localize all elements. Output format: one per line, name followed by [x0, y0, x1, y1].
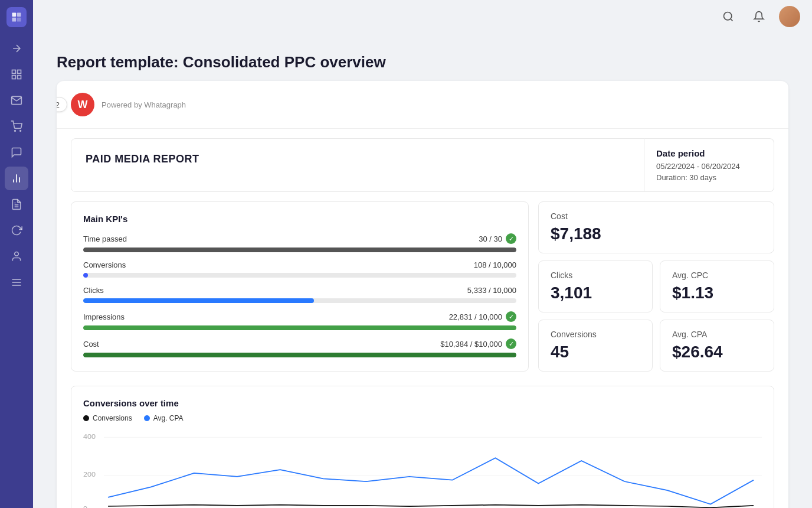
sidebar-item-users[interactable]: [5, 245, 28, 268]
chart-legend: Conversions Avg. CPA: [83, 414, 762, 422]
chart-section: Conversions over time Conversions Avg. C…: [57, 386, 788, 508]
topbar: [33, 0, 812, 33]
metric-label: Avg. CPA: [672, 330, 762, 339]
kpi-label: Cost: [83, 340, 99, 349]
w-logo: W: [71, 93, 94, 116]
svg-text:400: 400: [83, 433, 96, 440]
page-title: Report template: Consolidated PPC overvi…: [57, 53, 788, 71]
avatar-image: [779, 6, 800, 27]
kpi-bar-track: [83, 248, 516, 252]
report-container: 1/2 W Powered by Whatagraph PAID MEDIA R…: [57, 81, 788, 508]
svg-rect-3: [17, 18, 21, 22]
svg-rect-0: [12, 13, 17, 17]
search-button[interactable]: [718, 6, 739, 27]
metric-value: $7,188: [551, 224, 762, 243]
svg-point-8: [15, 131, 16, 132]
sidebar-item-inbox[interactable]: [5, 89, 28, 112]
kpi-value: $10,384 / $10,000: [440, 340, 502, 349]
check-icon: ✓: [506, 338, 516, 349]
chart-title: Conversions over time: [83, 398, 762, 408]
legend-label: Avg. CPA: [153, 414, 184, 422]
sidebar-item-reports[interactable]: [5, 193, 28, 216]
kpi-bar-track: [83, 273, 516, 278]
kpi-bar-fill: [83, 298, 314, 303]
kpi-label: Clicks: [83, 286, 104, 295]
svg-rect-5: [18, 70, 21, 74]
page-indicator: 1/2: [57, 97, 67, 112]
chart-container: Conversions over time Conversions Avg. C…: [71, 386, 774, 508]
kpi-row: Conversions 108 / 10,000: [83, 260, 516, 278]
kpi-bar-fill: [83, 353, 516, 357]
kpi-row: Cost $10,384 / $10,000 ✓: [83, 338, 516, 357]
kpi-value: 22,831 / 10,000: [449, 312, 502, 321]
metric-card-avg-cpc: Avg. CPC $1.13: [660, 260, 774, 312]
metric-label: Conversions: [551, 330, 640, 339]
sidebar-item-refresh[interactable]: [5, 219, 28, 242]
metric-card-avg-cpa: Avg. CPA $26.64: [660, 320, 774, 372]
kpi-value: 5,333 / 10,000: [467, 286, 516, 295]
kpi-bar-fill: [83, 248, 516, 252]
sidebar-item-cart[interactable]: [5, 115, 28, 138]
metric-label: Clicks: [551, 271, 640, 280]
notifications-button[interactable]: [748, 6, 770, 27]
sidebar-item-chat[interactable]: [5, 141, 28, 164]
kpi-label: Conversions: [83, 260, 126, 269]
kpi-section: Main KPI's Time passed 30 / 30 ✓ Convers…: [57, 192, 788, 386]
metric-value: 45: [551, 343, 640, 362]
metric-card-cost: Cost $7,188: [538, 201, 774, 253]
metric-card-clicks: Clicks 3,101: [538, 260, 653, 312]
date-range: 05/22/2024 - 06/20/2024: [656, 162, 762, 171]
sidebar-item-dashboard[interactable]: [5, 63, 28, 86]
report-header: 1/2 W Powered by Whatagraph: [57, 81, 788, 129]
svg-point-15: [15, 252, 19, 256]
kpi-row: Impressions 22,831 / 10,000 ✓: [83, 311, 516, 330]
svg-rect-2: [12, 18, 17, 22]
sidebar: [0, 0, 33, 508]
sidebar-item-export[interactable]: [5, 37, 28, 60]
svg-point-9: [20, 131, 21, 132]
svg-rect-1: [17, 13, 21, 17]
kpi-bar-track: [83, 325, 516, 330]
legend-dot: [83, 415, 89, 421]
kpi-bar-track: [83, 298, 516, 303]
check-icon: ✓: [506, 233, 516, 244]
metric-label: Cost: [551, 211, 762, 221]
kpi-label: Time passed: [83, 235, 127, 243]
kpi-title: Main KPI's: [83, 214, 516, 224]
powered-by-text: Powered by Whatagraph: [102, 100, 186, 109]
metric-value: $26.64: [672, 343, 762, 362]
chart-area: 400 200 0: [83, 432, 762, 508]
svg-rect-4: [12, 70, 16, 74]
kpi-bar-track: [83, 353, 516, 357]
kpi-metrics-grid: Cost $7,188 Clicks 3,101 Avg. CPC $1.13 …: [538, 201, 774, 372]
date-period-label: Date period: [656, 148, 762, 158]
sidebar-item-menu[interactable]: [5, 271, 28, 294]
kpi-bar-fill: [83, 273, 88, 278]
svg-text:0: 0: [83, 505, 87, 508]
duration: Duration: 30 days: [656, 173, 762, 182]
sidebar-item-analytics[interactable]: [5, 167, 28, 190]
legend-item: Avg. CPA: [144, 414, 184, 422]
svg-point-19: [724, 12, 732, 20]
legend-dot: [144, 415, 150, 421]
kpi-bar-fill: [83, 325, 516, 330]
metric-value: 3,101: [551, 284, 640, 302]
legend-item: Conversions: [83, 414, 132, 422]
svg-rect-7: [18, 76, 21, 79]
metric-value: $1.13: [672, 284, 762, 302]
main-content: Report template: Consolidated PPC overvi…: [33, 0, 812, 508]
kpi-row: Time passed 30 / 30 ✓: [83, 233, 516, 252]
metric-label: Avg. CPC: [672, 271, 762, 280]
kpi-row: Clicks 5,333 / 10,000: [83, 286, 516, 303]
user-avatar[interactable]: [779, 6, 800, 27]
check-icon: ✓: [506, 311, 516, 322]
kpi-left-panel: Main KPI's Time passed 30 / 30 ✓ Convers…: [71, 201, 529, 372]
svg-text:200: 200: [83, 471, 96, 478]
metric-card-conversions: Conversions 45: [538, 320, 653, 372]
kpi-value: 108 / 10,000: [474, 260, 516, 269]
paid-media-title: PAID MEDIA REPORT: [86, 153, 630, 165]
kpi-value: 30 / 30: [479, 235, 502, 243]
svg-rect-6: [12, 76, 16, 79]
kpi-label: Impressions: [83, 312, 125, 321]
app-logo[interactable]: [6, 7, 27, 27]
